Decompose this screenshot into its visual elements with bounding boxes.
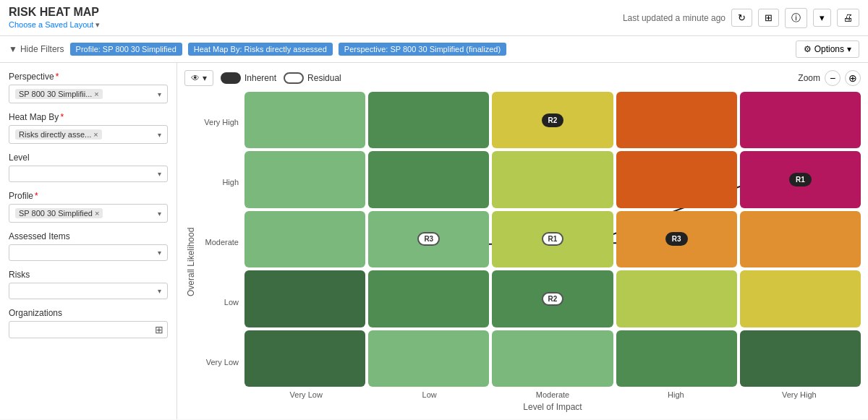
cell-r0-c1 <box>368 92 489 148</box>
heatmap-by-select[interactable]: Risks directly asse... × ▾ <box>9 125 168 144</box>
cell-r1-c1 <box>368 151 489 207</box>
profile-select[interactable]: SP 800 30 Simplified × ▾ <box>9 204 168 223</box>
sidebar: Perspective* SP 800 30 Simplifii... × ▾ … <box>0 63 177 419</box>
badge-R1-r1-c4[interactable]: R1 <box>789 173 812 187</box>
last-updated-text: Last updated a minute ago <box>623 13 726 23</box>
view-dropdown-arrow: ▾ <box>203 73 207 83</box>
inherent-legend: Inherent <box>221 72 276 84</box>
x-label-veryhigh: Very High <box>738 390 861 399</box>
gear-icon: ⚙ <box>804 44 812 54</box>
main: Perspective* SP 800 30 Simplifii... × ▾ … <box>0 63 868 419</box>
chart-area: 👁 ▾ Inherent Residual Zoom − ⊕ Overall L… <box>177 63 868 419</box>
cell-r1-c0 <box>244 151 365 207</box>
dropdown-button[interactable]: ▾ <box>813 9 831 27</box>
badge-R2-r3-c2[interactable]: R2 <box>542 292 564 306</box>
cell-r2-c0 <box>244 211 365 267</box>
badge-R1-r2-c2[interactable]: R1 <box>542 232 564 246</box>
level-select[interactable]: ▾ <box>9 166 168 182</box>
cell-r1-c2 <box>492 151 613 207</box>
x-axis-labels: Very Low Low Moderate High Very High <box>244 387 861 399</box>
risks-select[interactable]: ▾ <box>9 283 168 299</box>
chart-toolbar: 👁 ▾ Inherent Residual Zoom − ⊕ <box>184 70 861 86</box>
level-label: Level <box>9 153 168 163</box>
saved-layout-dropdown[interactable]: Choose a Saved Layout ▾ <box>9 20 100 30</box>
x-label-moderate: Moderate <box>491 390 614 399</box>
header-left: RISK HEAT MAP Choose a Saved Layout ▾ <box>9 6 100 30</box>
cell-r4-c2 <box>492 330 613 387</box>
assessed-items-field: Assessed Items ▾ <box>9 231 168 261</box>
organizations-input[interactable] <box>13 325 155 335</box>
heatmap-by-clear[interactable]: × <box>93 130 98 139</box>
cell-r2-c3: R3 <box>616 211 737 267</box>
residual-icon <box>284 72 304 84</box>
profile-field: Profile* SP 800 30 Simplified × ▾ <box>9 191 168 223</box>
assessed-items-label: Assessed Items <box>9 231 168 241</box>
x-axis-title: Level of Impact <box>244 402 861 412</box>
perspective-filter-tag[interactable]: Perspective: SP 800 30 Simplified (final… <box>339 43 506 56</box>
perspective-value: SP 800 30 Simplifii... × <box>15 89 103 99</box>
y-axis-labels: Very High High Moderate Low Very Low <box>197 92 244 412</box>
refresh-button[interactable]: ↻ <box>731 9 752 27</box>
heatmap-by-value: Risks directly asse... × <box>15 129 102 140</box>
badge-R2-r0-c2[interactable]: R2 <box>542 113 564 127</box>
x-label-low: Low <box>367 390 490 399</box>
page-title: RISK HEAT MAP <box>9 6 100 19</box>
profile-filter-tag[interactable]: Profile: SP 800 30 Simplified <box>70 43 182 56</box>
options-button[interactable]: ⚙ Options ▾ <box>796 40 859 58</box>
inherent-icon <box>221 72 241 84</box>
perspective-arrow: ▾ <box>158 90 161 98</box>
x-label-high: High <box>614 390 737 399</box>
cell-r3-c1 <box>368 270 489 327</box>
heatmap-by-filter-tag[interactable]: Heat Map By: Risks directly assessed <box>188 43 333 56</box>
cell-r0-c4 <box>740 92 861 148</box>
filter-icon: ▼ <box>9 44 17 54</box>
risks-arrow: ▾ <box>158 287 161 295</box>
organizations-input-wrapper: ⊞ <box>9 321 168 338</box>
cell-r1-c4: R1 <box>740 151 861 207</box>
zoom-reset-button[interactable]: ⊕ <box>845 70 861 86</box>
expand-button[interactable]: ⊞ <box>758 9 779 27</box>
heatmap-by-label: Heat Map By* <box>9 112 168 122</box>
hide-filters-button[interactable]: ▼ Hide Filters <box>9 44 64 54</box>
perspective-select[interactable]: SP 800 30 Simplifii... × ▾ <box>9 85 168 103</box>
cell-r2-c2: R1 <box>492 211 613 267</box>
cell-r4-c0 <box>244 330 365 387</box>
y-label-moderate: Moderate <box>205 238 239 247</box>
header: RISK HEAT MAP Choose a Saved Layout ▾ La… <box>0 0 868 36</box>
cell-r3-c3 <box>616 270 737 327</box>
perspective-field: Perspective* SP 800 30 Simplifii... × ▾ <box>9 72 168 103</box>
perspective-label: Perspective* <box>9 72 168 82</box>
organizations-search-icon[interactable]: ⊞ <box>155 324 163 335</box>
assessed-items-select[interactable]: ▾ <box>9 244 168 261</box>
cell-r2-c4 <box>740 211 861 267</box>
y-label-veryhigh: Very High <box>204 118 239 127</box>
cell-r2-c1: R3 <box>368 211 489 267</box>
organizations-field: Organizations ⊞ <box>9 308 168 338</box>
organizations-label: Organizations <box>9 308 168 318</box>
heatmap-by-field: Heat Map By* Risks directly asse... × ▾ <box>9 112 168 144</box>
profile-arrow: ▾ <box>158 210 161 218</box>
cell-r4-c3 <box>616 330 737 387</box>
grid-wrapper: R2R1R3R1R3R2 <box>244 92 861 387</box>
cell-r4-c1 <box>368 330 489 387</box>
cell-r0-c2: R2 <box>492 92 613 148</box>
badge-R3-r2-c3[interactable]: R3 <box>665 232 688 246</box>
y-axis-title: Overall Likelihood <box>184 92 197 412</box>
badge-R3-r2-c1[interactable]: R3 <box>417 232 440 246</box>
risks-field: Risks ▾ <box>9 270 168 299</box>
y-label-high: High <box>222 178 239 187</box>
print-button[interactable]: 🖨 <box>837 9 859 27</box>
risks-label: Risks <box>9 270 168 280</box>
cell-r0-c0 <box>244 92 365 148</box>
zoom-out-button[interactable]: − <box>825 70 841 86</box>
info-button[interactable]: ⓘ <box>785 8 807 28</box>
eye-icon: 👁 <box>191 73 200 83</box>
grid-and-xaxis: R2R1R3R1R3R2 Very Low Low Moderate High … <box>244 92 861 412</box>
level-field: Level ▾ <box>9 153 168 182</box>
view-toggle-button[interactable]: 👁 ▾ <box>184 70 213 86</box>
perspective-clear[interactable]: × <box>94 90 98 98</box>
x-label-verylow: Very Low <box>244 390 367 399</box>
chevron-down-icon: ▾ <box>847 44 851 54</box>
header-right: Last updated a minute ago ↻ ⊞ ⓘ ▾ 🖨 <box>623 8 859 28</box>
profile-clear[interactable]: × <box>95 209 99 218</box>
